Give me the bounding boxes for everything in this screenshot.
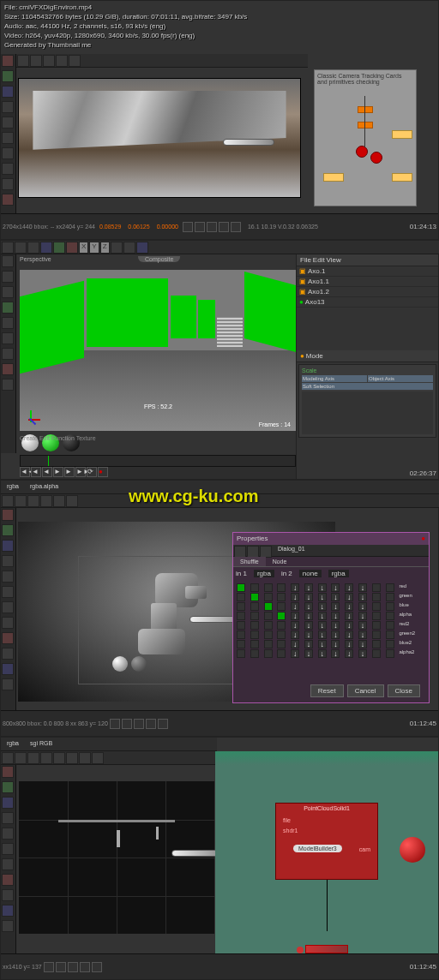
tool-icon[interactable] bbox=[2, 601, 14, 613]
waveform-viewer[interactable] bbox=[18, 780, 215, 935]
play-next-icon[interactable] bbox=[146, 719, 156, 729]
channel-cell[interactable] bbox=[277, 621, 286, 630]
toolbar-button[interactable] bbox=[17, 55, 29, 67]
tool-icon[interactable] bbox=[2, 766, 14, 778]
toolbar-button[interactable] bbox=[111, 242, 123, 254]
material-menu[interactable]: Create Edit Function Texture bbox=[20, 435, 96, 441]
step-back-icon[interactable]: ◄ bbox=[31, 467, 41, 477]
tool-icon[interactable] bbox=[2, 905, 14, 917]
dialog-tab-label[interactable]: Dialog_01 bbox=[273, 546, 310, 555]
tool-icon[interactable] bbox=[2, 663, 14, 675]
menu-file[interactable]: File bbox=[300, 256, 311, 264]
viewport-tab[interactable]: Composite bbox=[138, 256, 180, 262]
toolbar-button[interactable] bbox=[247, 546, 259, 558]
attr-tab[interactable]: Object Axis bbox=[368, 375, 433, 382]
toolbar-button[interactable] bbox=[66, 752, 78, 764]
channel-cell[interactable] bbox=[237, 602, 245, 611]
tool-icon[interactable] bbox=[2, 286, 14, 298]
axis-z-button[interactable]: Z bbox=[100, 242, 110, 254]
tool-icon[interactable] bbox=[2, 317, 14, 329]
close-icon[interactable]: ● bbox=[421, 535, 425, 543]
toolbar-button[interactable] bbox=[66, 495, 78, 507]
tool-icon[interactable] bbox=[2, 117, 14, 128]
channel-cell[interactable] bbox=[250, 630, 259, 639]
toolbar-button[interactable] bbox=[136, 242, 148, 254]
tool-icon[interactable] bbox=[53, 242, 65, 254]
tool-icon[interactable] bbox=[2, 571, 14, 583]
tool-icon[interactable] bbox=[2, 86, 14, 98]
node-graph-panel[interactable]: Classic Camera Tracking Cards and primit… bbox=[314, 69, 417, 206]
close-button[interactable]: Close bbox=[388, 684, 420, 697]
channel-cell[interactable] bbox=[277, 593, 286, 601]
tool-icon[interactable] bbox=[2, 586, 14, 598]
play-forward-icon[interactable]: ► bbox=[53, 467, 63, 477]
channel-cell[interactable] bbox=[277, 630, 286, 639]
tool-icon[interactable] bbox=[2, 889, 14, 901]
goto-end-icon[interactable]: ►► bbox=[75, 467, 86, 477]
toolbar-button[interactable] bbox=[92, 752, 104, 764]
object-row[interactable]: ▣Axo1.2 bbox=[297, 287, 438, 297]
tool-icon[interactable] bbox=[2, 781, 14, 793]
play-last-icon[interactable] bbox=[158, 719, 168, 729]
node-red[interactable] bbox=[356, 146, 368, 158]
channel-cell[interactable] bbox=[264, 640, 273, 648]
channel-cell[interactable] bbox=[264, 612, 273, 620]
in1-select[interactable]: rgba bbox=[254, 570, 274, 577]
channel-cell[interactable] bbox=[250, 593, 259, 601]
channel-tab[interactable]: sgi RGB bbox=[25, 738, 57, 750]
axis-y-button[interactable]: Y bbox=[89, 242, 99, 254]
tool-icon[interactable] bbox=[2, 843, 14, 855]
play-back-icon[interactable]: ◄ bbox=[42, 467, 52, 477]
toolbar-button[interactable] bbox=[123, 242, 135, 254]
perspective-viewport[interactable]: FPS : 52.2 Frames : 14 bbox=[20, 270, 296, 431]
tool-icon[interactable] bbox=[2, 524, 14, 536]
toolbar-button[interactable] bbox=[234, 546, 246, 558]
toolbar-button[interactable] bbox=[30, 55, 42, 67]
channel-cell[interactable] bbox=[237, 640, 245, 648]
object-row[interactable]: ●Axo13 bbox=[297, 297, 438, 308]
channel-cell[interactable] bbox=[264, 621, 273, 630]
node-orange[interactable] bbox=[358, 106, 373, 113]
goto-start-icon[interactable]: ◄◄ bbox=[20, 467, 30, 477]
channel-cell[interactable] bbox=[277, 612, 286, 620]
channel-cell[interactable] bbox=[250, 583, 259, 592]
play-first-icon[interactable] bbox=[110, 719, 120, 729]
tool-icon[interactable] bbox=[2, 101, 14, 113]
toolbar-button[interactable] bbox=[43, 55, 55, 67]
play-prev-icon[interactable] bbox=[56, 962, 66, 972]
tool-icon[interactable] bbox=[2, 797, 14, 809]
node-yellow[interactable] bbox=[323, 173, 344, 182]
tab-shuffle[interactable]: Shuffle bbox=[233, 557, 266, 566]
node-red[interactable] bbox=[370, 152, 382, 164]
toolbar-button[interactable] bbox=[79, 752, 91, 764]
node-dot[interactable] bbox=[297, 947, 304, 953]
loop-icon[interactable]: ⟳ bbox=[87, 467, 97, 477]
tool-icon[interactable] bbox=[2, 555, 14, 567]
channel-cell[interactable] bbox=[250, 602, 259, 611]
play-icon[interactable] bbox=[68, 962, 78, 972]
channel-cell[interactable] bbox=[264, 630, 273, 639]
toolbar-button[interactable] bbox=[2, 495, 14, 507]
toolbar-button[interactable] bbox=[53, 752, 65, 764]
cancel-button[interactable]: Cancel bbox=[347, 684, 384, 697]
attr-tab[interactable]: Modeling Axis bbox=[302, 375, 367, 382]
channel-cell[interactable] bbox=[250, 640, 259, 648]
tool-icon[interactable] bbox=[2, 874, 14, 886]
tool-icon[interactable] bbox=[2, 163, 14, 175]
channel-cell[interactable] bbox=[250, 621, 259, 630]
record-icon[interactable]: ● bbox=[98, 467, 108, 477]
timeline[interactable] bbox=[20, 455, 296, 467]
toolbar-button[interactable] bbox=[15, 495, 27, 507]
play-prev-icon[interactable] bbox=[122, 719, 132, 729]
channel-cell[interactable] bbox=[264, 602, 273, 611]
tool-icon[interactable] bbox=[40, 242, 52, 254]
attr-tab[interactable]: Soft Selection bbox=[302, 383, 433, 390]
tool-icon[interactable] bbox=[2, 379, 14, 391]
channel-cell[interactable] bbox=[264, 583, 273, 592]
tool-icon[interactable] bbox=[66, 242, 78, 254]
in2-select[interactable]: none bbox=[299, 570, 322, 577]
child-node[interactable] bbox=[305, 945, 348, 953]
channel-cell[interactable] bbox=[237, 612, 245, 620]
node-orange[interactable] bbox=[358, 122, 373, 128]
tool-icon[interactable] bbox=[2, 271, 14, 283]
